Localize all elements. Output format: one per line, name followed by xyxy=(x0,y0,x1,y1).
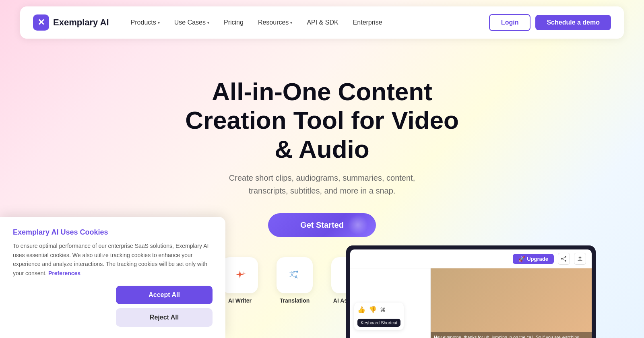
chevron-down-icon: ▾ xyxy=(207,21,209,25)
cookie-buttons: Accept All Reject All xyxy=(116,286,213,327)
app-preview-inner: 🚀 Upgrade xyxy=(350,249,592,338)
nav-api-sdk[interactable]: API & SDK xyxy=(301,16,344,29)
reaction-divider xyxy=(357,316,400,316)
svg-point-23 xyxy=(565,260,566,262)
nav-links: Products ▾ Use Cases ▾ Pricing Resources… xyxy=(125,16,489,29)
chevron-down-icon: ▾ xyxy=(158,21,160,25)
share-icon-btn[interactable] xyxy=(558,253,570,265)
translation-label: Translation xyxy=(280,297,310,304)
hero-title: All-in-One Content Creation Tool for Vid… xyxy=(177,77,467,163)
schedule-demo-button[interactable]: Schedule a demo xyxy=(535,15,611,30)
upgrade-button[interactable]: 🚀 Upgrade xyxy=(513,254,554,264)
logo-link[interactable]: ✕ Exemplary AI xyxy=(33,14,109,31)
cookie-preferences-link[interactable]: Preferences xyxy=(48,270,80,276)
ai-writer-icon-box xyxy=(222,257,258,293)
cookie-banner: Exemplary AI Uses Cookies To ensure opti… xyxy=(0,217,225,338)
translation-icon-box: 文 A xyxy=(277,257,313,293)
upload-icon-btn[interactable] xyxy=(574,253,586,265)
keyboard-shortcut-badge: Keyboard Shortcut xyxy=(357,319,400,327)
svg-point-24 xyxy=(561,258,563,260)
nav-resources[interactable]: Resources ▾ xyxy=(252,16,298,29)
thumbs-down-icon[interactable]: 👎 xyxy=(369,306,377,313)
nav-actions: Login Schedule a demo xyxy=(489,14,611,31)
get-started-button[interactable]: Get Started xyxy=(268,213,376,237)
svg-point-22 xyxy=(565,256,566,258)
svg-line-26 xyxy=(563,259,565,260)
video-placeholder: Hey everyone, thanks for uh, jumping in … xyxy=(431,268,592,338)
reaction-row-thumbs: 👍 👎 ⌘ xyxy=(357,306,400,313)
svg-text:A: A xyxy=(295,274,298,279)
app-content: 👍 👎 ⌘ Keyboard Shortcut Hey everyone, th… xyxy=(350,268,592,338)
app-toolbar: 🚀 Upgrade xyxy=(350,249,592,268)
logo-icon: ✕ xyxy=(33,14,49,31)
svg-line-25 xyxy=(563,257,565,259)
logo-text: Exemplary AI xyxy=(53,17,109,28)
cookie-title: Exemplary AI Uses Cookies xyxy=(13,228,213,237)
app-video-area: Hey everyone, thanks for uh, jumping in … xyxy=(431,268,592,338)
cmd-shortcut: ⌘ xyxy=(380,307,386,313)
svg-text:文: 文 xyxy=(289,271,295,277)
app-sidebar: 👍 👎 ⌘ Keyboard Shortcut xyxy=(350,268,431,338)
rocket-icon: 🚀 xyxy=(518,256,525,262)
navbar: ✕ Exemplary AI Products ▾ Use Cases ▾ Pr… xyxy=(20,6,624,39)
cookie-text: To ensure optimal performance of our ent… xyxy=(13,241,213,278)
transcript-overlay: Hey everyone, thanks for uh, jumping in … xyxy=(431,332,592,338)
nav-products[interactable]: Products ▾ xyxy=(125,16,165,29)
nav-use-cases[interactable]: Use Cases ▾ xyxy=(169,16,215,29)
hero-subtitle: Create short clips, audiograms, summarie… xyxy=(213,171,431,197)
ai-writer-label: AI Writer xyxy=(228,297,252,304)
nav-enterprise[interactable]: Enterprise xyxy=(347,16,388,29)
accept-all-button[interactable]: Accept All xyxy=(116,286,213,304)
chevron-down-icon: ▾ xyxy=(290,21,292,25)
app-preview: 🚀 Upgrade xyxy=(346,245,596,338)
thumbs-up-icon[interactable]: 👍 xyxy=(357,306,365,313)
reaction-bar: 👍 👎 ⌘ Keyboard Shortcut xyxy=(354,303,404,330)
reject-all-button[interactable]: Reject All xyxy=(116,308,213,327)
nav-pricing[interactable]: Pricing xyxy=(218,16,249,29)
feature-translation[interactable]: 文 A Translation xyxy=(270,257,319,304)
login-button[interactable]: Login xyxy=(489,14,531,31)
